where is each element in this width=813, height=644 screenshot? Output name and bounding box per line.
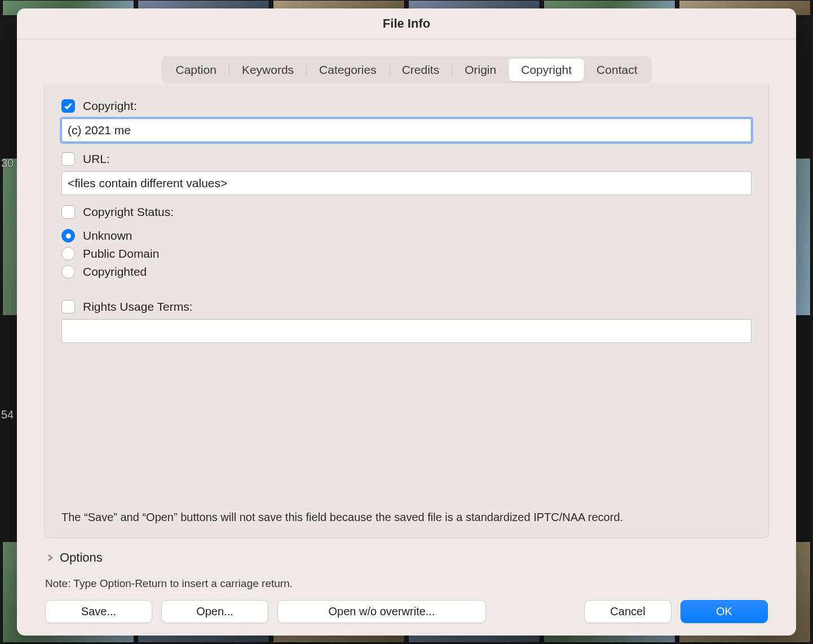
copyright-label: Copyright:	[83, 99, 137, 113]
tab-contact[interactable]: Contact	[584, 59, 649, 81]
cancel-button[interactable]: Cancel	[584, 600, 671, 623]
rights-terms-input[interactable]	[61, 319, 752, 343]
url-input[interactable]	[61, 171, 752, 195]
status-radio-group: Unknown Public Domain Copyrighted	[61, 227, 752, 281]
note-text: Note: Type Option-Return to insert a car…	[45, 577, 769, 590]
rights-terms-checkbox[interactable]	[61, 300, 75, 314]
tab-caption[interactable]: Caption	[164, 59, 229, 81]
bg-count-b: 54	[1, 408, 14, 421]
tabs: Caption Keywords Categories Credits Orig…	[161, 56, 652, 83]
status-checkbox[interactable]	[61, 205, 75, 219]
open-wo-overwrite-button[interactable]: Open w/o overwrite...	[277, 600, 486, 623]
tab-origin[interactable]: Origin	[452, 59, 509, 81]
status-radio-unknown-label: Unknown	[83, 229, 132, 242]
button-row: Save... Open... Open w/o overwrite... Ca…	[44, 600, 769, 625]
bg-count-a: 30	[1, 157, 14, 170]
options-label: Options	[60, 550, 103, 565]
status-label: Copyright Status:	[83, 205, 174, 219]
status-radio-copyrighted[interactable]	[61, 265, 75, 279]
tab-keywords[interactable]: Keywords	[229, 59, 306, 81]
url-checkbox[interactable]	[61, 152, 75, 166]
save-button[interactable]: Save...	[45, 600, 152, 623]
ok-button[interactable]: OK	[681, 600, 768, 623]
url-label: URL:	[83, 152, 110, 166]
copyright-panel: Copyright: URL: Copyright Status:	[44, 83, 769, 538]
status-radio-copyrighted-label: Copyrighted	[83, 265, 147, 279]
status-radio-public-domain[interactable]	[61, 247, 75, 261]
save-open-hint: The “Save” and “Open” buttons will not s…	[61, 511, 752, 524]
rights-terms-label: Rights Usage Terms:	[83, 300, 193, 314]
open-button[interactable]: Open...	[161, 600, 268, 623]
dialog-title: File Info	[17, 8, 796, 39]
tab-categories[interactable]: Categories	[307, 59, 389, 81]
tab-credits[interactable]: Credits	[390, 59, 452, 81]
status-radio-public-domain-label: Public Domain	[83, 247, 159, 261]
copyright-checkbox[interactable]	[61, 99, 75, 113]
status-radio-unknown[interactable]	[61, 229, 75, 242]
tab-copyright[interactable]: Copyright	[509, 59, 584, 81]
chevron-right-icon	[46, 554, 54, 562]
copyright-input[interactable]	[61, 118, 752, 142]
options-disclosure[interactable]: Options	[46, 550, 769, 565]
file-info-dialog: File Info Caption Keywords Categories Cr…	[17, 8, 796, 636]
